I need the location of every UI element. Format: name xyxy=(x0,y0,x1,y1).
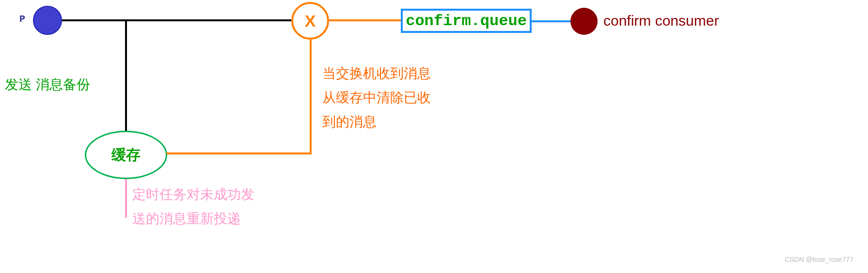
line-producer-to-cache xyxy=(125,19,127,132)
queue-node: confirm.queue xyxy=(401,9,532,33)
cache-label: 缓存 xyxy=(111,145,141,165)
exchange-label: X xyxy=(305,12,316,30)
annotation-backup: 发送 消息备份 xyxy=(5,75,90,94)
annotation-clear-3: 到的消息 xyxy=(322,111,377,133)
annotation-clear-1: 当交换机收到消息 xyxy=(322,63,431,85)
line-to-cache xyxy=(166,152,312,154)
line-exchange-down xyxy=(310,45,312,153)
annotation-clear-2: 从缓存中清除已收 xyxy=(322,87,431,109)
consumer-label: confirm consumer xyxy=(603,13,719,29)
line-exchange-stub xyxy=(310,40,312,45)
line-cache-down xyxy=(125,179,127,218)
consumer-node xyxy=(570,8,598,35)
line-producer-to-exchange xyxy=(62,19,291,21)
annotation-retry-2: 送的消息重新投递 xyxy=(132,207,241,230)
cache-node: 缓存 xyxy=(85,131,167,179)
line-exchange-to-queue xyxy=(329,19,401,21)
producer-node xyxy=(33,6,62,35)
line-queue-to-consumer xyxy=(532,20,570,22)
annotation-retry-1: 定时任务对未成功发 xyxy=(132,183,254,206)
producer-label: P xyxy=(19,14,25,25)
queue-label: confirm.queue xyxy=(406,12,527,30)
exchange-node: X xyxy=(291,2,329,40)
watermark: CSDN @lose_rose777 xyxy=(785,256,853,263)
